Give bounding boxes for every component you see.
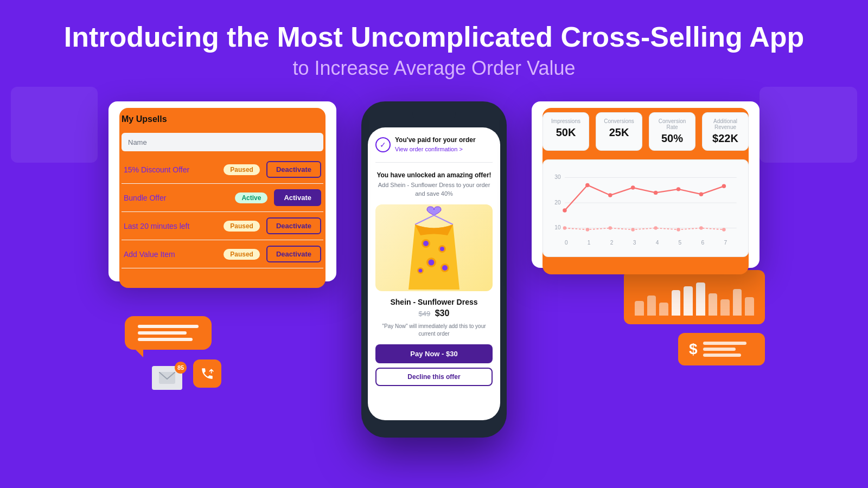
svg-point-34 (722, 184, 726, 188)
svg-line-2 (434, 215, 453, 224)
header-subtitle: to Increase Average Order Value (11, 57, 857, 80)
activate-btn-2[interactable]: Activate (274, 189, 321, 206)
svg-point-38 (631, 228, 635, 232)
svg-point-6 (440, 247, 444, 251)
price-old: $49 (419, 310, 431, 318)
table-row: Bundle Offer Active Activate (122, 184, 323, 212)
deactivate-btn-4[interactable]: Deactivate (266, 246, 321, 262)
decline-offer-button[interactable]: Decline this offer (375, 368, 493, 386)
email-badge: 85 (175, 362, 187, 374)
svg-text:0: 0 (565, 240, 568, 246)
upsells-table: 15% Discount Offer Paused Deactivate Bun… (122, 156, 323, 268)
chat-lines (138, 325, 199, 341)
badge-paused-4: Paused (224, 249, 260, 260)
phone-icon (193, 359, 221, 388)
badge-paused-1: Paused (224, 164, 260, 175)
pay-note: "Pay Now" will immediately add this to y… (375, 323, 493, 338)
money-line (703, 354, 741, 357)
stat-revenue-label: Additional Revenue (707, 118, 744, 130)
upsells-card: My Upsells Name 15% Discount Offer Pause… (108, 101, 336, 281)
money-line (703, 342, 746, 345)
price-new: $30 (435, 309, 450, 318)
deactivate-btn-3[interactable]: Deactivate (266, 217, 321, 234)
upsell-name-2: Bundle Offer (124, 194, 235, 202)
upsell-name-1: 15% Discount Offer (124, 165, 224, 174)
svg-point-8 (429, 260, 435, 266)
stat-rate-label: Conversion Rate (654, 118, 691, 130)
svg-point-37 (609, 227, 612, 230)
product-image (375, 204, 493, 291)
svg-point-41 (699, 227, 703, 230)
stat-conversions-value: 25K (601, 126, 637, 139)
money-line (703, 348, 736, 351)
badge-paused-3: Paused (224, 221, 260, 232)
chat-line (138, 338, 193, 341)
stat-conversions: Conversions 25K (596, 112, 642, 151)
product-pricing: $49 $30 (375, 309, 493, 318)
svg-point-31 (654, 191, 658, 195)
svg-point-39 (654, 227, 658, 230)
stat-revenue-value: $22K (707, 132, 744, 145)
bar-10 (745, 297, 754, 316)
deactivate-btn-1[interactable]: Deactivate (266, 161, 321, 178)
svg-point-27 (563, 208, 566, 212)
bar-6 (696, 282, 705, 316)
svg-text:10: 10 (554, 225, 561, 231)
order-confirm-text: You've paid for your order (395, 136, 476, 144)
svg-point-10 (419, 269, 423, 273)
analytics-card: Impressions 50K Conversions 25K Conversi… (532, 101, 760, 268)
dress-svg (404, 206, 464, 290)
bar-3 (659, 303, 668, 316)
email-icon: 85 (152, 366, 182, 390)
offer-headline: You have unlocked an amazing offer! (375, 171, 493, 179)
table-row: 15% Discount Offer Paused Deactivate (122, 156, 323, 184)
stat-impressions: Impressions 50K (542, 112, 589, 151)
main-content: My Upsells Name 15% Discount Offer Pause… (0, 91, 868, 448)
chat-line (138, 325, 199, 328)
svg-text:30: 30 (554, 174, 561, 180)
stat-conversions-label: Conversions (601, 118, 637, 124)
order-confirm-link[interactable]: View order confirmation > (395, 146, 463, 152)
order-text: You've paid for your order View order co… (395, 136, 476, 153)
bar-9 (733, 289, 742, 316)
chat-bubble (125, 316, 212, 350)
svg-text:1: 1 (588, 240, 591, 246)
svg-text:2: 2 (610, 240, 614, 246)
svg-point-29 (608, 194, 612, 197)
svg-point-30 (631, 186, 635, 190)
pay-now-button[interactable]: Pay Now - $30 (375, 344, 493, 363)
money-lines (703, 342, 746, 357)
analytics-chart: 30 20 10 0 1 2 3 4 5 6 7 (550, 169, 742, 252)
phone-mockup: ✓ You've paid for your order View order … (361, 101, 507, 438)
stat-impressions-label: Impressions (547, 118, 584, 124)
svg-text:5: 5 (679, 240, 682, 246)
svg-point-28 (585, 183, 589, 187)
svg-text:7: 7 (724, 240, 727, 246)
money-bubble: $ (678, 333, 765, 365)
stat-rate-value: 50% (654, 132, 691, 145)
bar-5 (684, 286, 693, 316)
dollar-sign-icon: $ (689, 341, 698, 358)
upsells-header-text: Name (128, 138, 147, 146)
stat-impressions-value: 50K (547, 126, 584, 139)
phone-notch (412, 110, 456, 123)
phone-screen: ✓ You've paid for your order View order … (368, 127, 500, 420)
svg-point-36 (586, 228, 590, 232)
bar-7 (709, 293, 718, 316)
table-row: Last 20 minutes left Paused Deactivate (122, 212, 323, 240)
stat-revenue: Additional Revenue $22K (702, 112, 749, 151)
header: Introducing the Most Uncomplicated Cross… (0, 0, 868, 91)
badge-active-2: Active (235, 192, 267, 203)
svg-text:3: 3 (633, 240, 636, 246)
bar-4 (672, 290, 681, 316)
order-confirm: ✓ You've paid for your order View order … (375, 136, 493, 163)
check-circle-icon: ✓ (375, 137, 391, 152)
upsells-header: Name (122, 133, 323, 151)
stats-row: Impressions 50K Conversions 25K Conversi… (542, 112, 749, 151)
chat-line (138, 331, 187, 335)
bar-1 (635, 301, 644, 316)
svg-point-32 (676, 187, 680, 191)
center-panel: ✓ You've paid for your order View order … (358, 101, 510, 438)
stat-conversion-rate: Conversion Rate 50% (649, 112, 695, 151)
svg-text:6: 6 (701, 240, 704, 246)
